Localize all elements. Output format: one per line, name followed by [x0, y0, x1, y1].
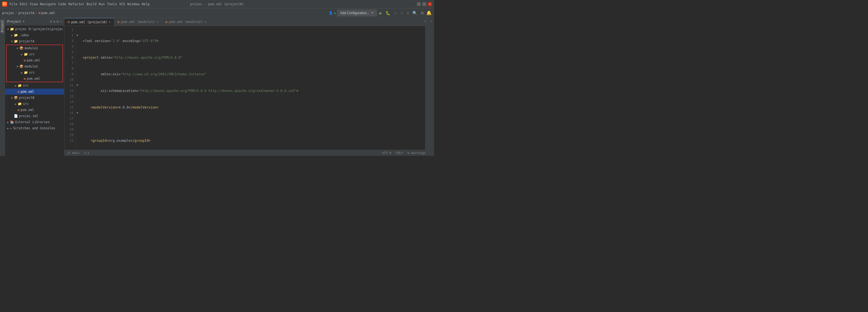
tab-projectA-pom[interactable]: m pom.xml (projectA) ✕ — [64, 18, 114, 26]
menu-window[interactable]: Window — [127, 2, 139, 6]
right-scrollbar[interactable] — [425, 26, 428, 150]
fold-14 — [75, 99, 79, 105]
tree-item-projectB-src[interactable]: ▶ 📁 src — [5, 101, 64, 107]
folder-icon-module2-src: 📁 — [24, 70, 28, 75]
breadcrumb-item-projec[interactable]: projec — [2, 11, 14, 15]
status-right: UTF-8 CRLF 0 warnings — [382, 151, 426, 155]
code-content[interactable]: <?xml version="1.0" encoding="UTF-8"?> <… — [79, 26, 425, 150]
profile-icon[interactable]: 👤 — [329, 11, 333, 15]
run-button[interactable]: ▶ — [378, 10, 383, 16]
tree-item-scratches[interactable]: ▶ ✏ Scratches and Consoles — [5, 125, 64, 131]
tree-label-projec: projec D:\projects\projec — [15, 27, 63, 31]
tree-item-module2[interactable]: ▼ 📦 module2 — [7, 63, 62, 69]
fold-2[interactable]: ▼ — [75, 33, 79, 38]
stop-button[interactable]: ■ — [406, 10, 410, 16]
tab-icon-module2: m — [165, 20, 167, 24]
close-button[interactable]: ✕ — [428, 2, 432, 6]
fold-21 — [75, 138, 79, 143]
project-dropdown-icon[interactable]: ▼ — [23, 20, 25, 23]
menu-run[interactable]: Run — [99, 2, 105, 6]
title-bar-left: IJ File Edit View Navigate Code Refactor… — [2, 2, 150, 7]
tree-item-external-libs[interactable]: ▶ 📚 External Libraries — [5, 119, 64, 125]
fold-15 — [75, 105, 79, 110]
tree-label-module1-pom: pom.xml — [27, 58, 40, 62]
fold-16[interactable]: ▼ — [75, 110, 79, 116]
menu-vcs[interactable]: VCS — [119, 2, 125, 6]
expand-projectA: ▼ — [10, 40, 14, 43]
tab-close-projectA[interactable]: ✕ — [109, 20, 111, 24]
fold-8 — [75, 66, 79, 72]
tab-close-module1[interactable]: ✕ — [157, 20, 159, 24]
line-separator-status[interactable]: CRLF — [396, 151, 403, 155]
tree-item-module1-src[interactable]: ▶ 📁 src — [7, 51, 62, 57]
project-tab[interactable]: Project — [0, 19, 4, 33]
panel-icon-settings[interactable]: ⚙ — [56, 19, 59, 24]
tab-close-module2[interactable]: ✕ — [205, 20, 207, 24]
fold-11[interactable]: ▼ — [75, 83, 79, 88]
menu-edit[interactable]: Edit — [20, 2, 28, 6]
ln-14: 14 — [64, 99, 73, 105]
menu-navigate[interactable]: Navigate — [40, 2, 56, 6]
project-panel-header: Project ▼ ≡ ⇅ ⚙ ─ — [5, 18, 64, 26]
maven-icon-projectB-pom: m — [18, 108, 20, 112]
tree-item-module2-pom[interactable]: ▶ m pom.xml — [7, 76, 62, 82]
tree-item-module1[interactable]: ▼ 📦 module1 — [7, 45, 62, 51]
tab-module2-pom[interactable]: m pom.xml (module2) ✕ — [162, 18, 210, 26]
ln-19: 19 — [64, 127, 73, 132]
ln-13: 13 — [64, 93, 73, 99]
minimize-button[interactable]: ─ — [417, 2, 421, 6]
folder-icon-module1-src: 📁 — [24, 52, 28, 56]
tree-item-projectA[interactable]: ▼ 📁 projectA — [5, 38, 64, 44]
fold-9 — [75, 72, 79, 77]
menu-help[interactable]: Help — [142, 2, 150, 6]
tree-item-projectA-src[interactable]: ▶ 📁 src — [5, 83, 64, 89]
notification-icon[interactable]: 🔔 — [426, 10, 432, 16]
tree-item-projectB-pom[interactable]: ▶ m pom.xml — [5, 107, 64, 113]
tree-item-projec-iml[interactable]: ▶ 📄 projec.iml — [5, 113, 64, 119]
git-branch[interactable]: ⎇ main — [67, 151, 79, 155]
fold-13 — [75, 93, 79, 99]
menu-refactor[interactable]: Refactor — [68, 2, 84, 6]
fold-18 — [75, 121, 79, 127]
line-col[interactable]: 1:1 — [84, 151, 89, 155]
menu-file[interactable]: File — [9, 2, 18, 6]
tree-label-module2-pom: pom.xml — [27, 77, 40, 81]
search-everywhere-button[interactable]: 🔍 — [411, 10, 418, 16]
tree-item-module2-src[interactable]: ▶ 📁 src — [7, 69, 62, 76]
no-expand-projectA-pom: ▶ — [14, 90, 18, 93]
folder-icon-projectA: 📁 — [14, 39, 18, 43]
maximize-button[interactable]: □ — [423, 2, 426, 6]
tree-label-module1: module1 — [25, 46, 38, 50]
coverage-button[interactable]: ◎ — [393, 10, 398, 16]
tree-label-module1-src: src — [29, 52, 35, 56]
right-sidebar: ⚠ — [428, 18, 434, 156]
breadcrumb-item-projectA[interactable]: projectA — [19, 11, 35, 15]
profile-run-button[interactable]: ⊕ — [399, 10, 405, 16]
menu-view[interactable]: View — [30, 2, 38, 6]
panel-icon-list[interactable]: ≡ — [50, 19, 52, 24]
menu-code[interactable]: Code — [58, 2, 66, 6]
panel-icon-close[interactable]: ─ — [60, 19, 62, 24]
expand-idea: ▶ — [10, 34, 14, 37]
title-bar-title: projec - pom.xml (projectA) — [190, 2, 244, 6]
tab-label-module2: pom.xml (module2) — [169, 20, 203, 24]
tree-item-projectA-pom[interactable]: ▶ m pom.xml — [5, 89, 64, 95]
menu-build[interactable]: Build — [87, 2, 96, 6]
panel-icon-sort[interactable]: ⇅ — [53, 19, 56, 24]
add-configuration-button[interactable]: Add Configuration... ▼ — [337, 10, 377, 16]
settings-button[interactable]: ⚙ — [420, 10, 425, 16]
tree-item-idea[interactable]: ▶ 📁 .idea — [5, 32, 64, 38]
update-icon[interactable]: ↻ — [334, 11, 336, 15]
tab-module1-pom[interactable]: m pom.xml (module1) ✕ — [114, 18, 162, 26]
tab-icon-module1: m — [118, 20, 119, 24]
tree-item-projectB[interactable]: ▼ 📦 projectB — [5, 95, 64, 101]
right-icon-1[interactable]: ⚠ — [430, 19, 432, 23]
ln-18: 18 — [64, 121, 73, 127]
status-bar: ⎇ main 1:1 UTF-8 CRLF 0 warnings — [64, 150, 428, 156]
tree-item-module1-pom[interactable]: ▶ m pom.xml — [7, 57, 62, 63]
debug-button[interactable]: 🐛 — [384, 10, 392, 16]
encoding-status[interactable]: UTF-8 — [382, 151, 391, 155]
tree-item-projec-root[interactable]: ▼ 📁 projec D:\projects\projec — [5, 26, 64, 32]
toolbar-right: 👤 ↻ Add Configuration... ▼ ▶ 🐛 ◎ ⊕ ■ 🔍 ⚙… — [329, 10, 432, 16]
menu-tools[interactable]: Tools — [107, 2, 117, 6]
